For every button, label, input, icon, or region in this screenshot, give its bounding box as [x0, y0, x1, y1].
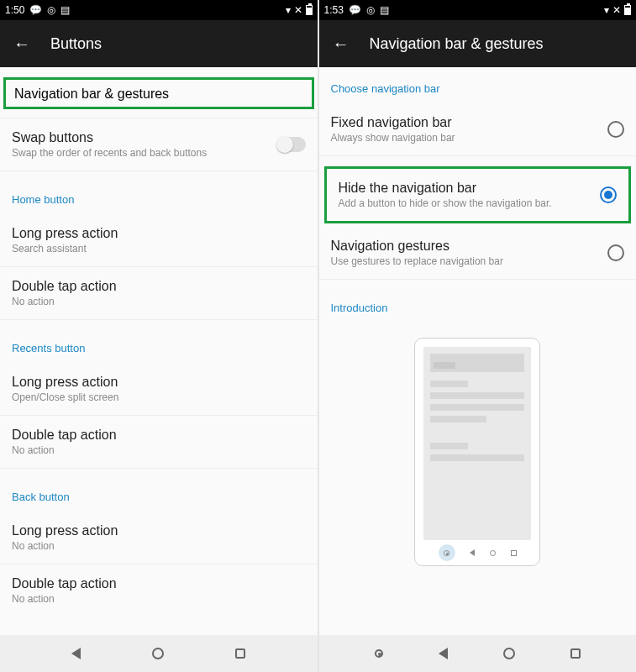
row-title: Double tap action	[12, 428, 306, 443]
app-bar: ← Navigation bar & gestures	[319, 20, 637, 67]
row-title: Navigation gestures	[331, 239, 608, 254]
row-recents-double-tap[interactable]: Double tap action No action	[0, 416, 318, 469]
row-hide-nav-highlight: Hide the navigation bar Add a button to …	[324, 166, 632, 223]
row-recents-long-press[interactable]: Long press action Open/Close split scree…	[0, 363, 318, 416]
notif-icon: 💬	[29, 5, 42, 15]
battery-icon	[306, 5, 313, 15]
nav-recents-icon[interactable]	[570, 648, 581, 659]
row-nav-gestures[interactable]: Navigation gestures Use gestures to repl…	[319, 227, 637, 280]
status-time: 1:53	[324, 4, 344, 16]
content-list: Choose navigation bar Fixed navigation b…	[319, 67, 637, 635]
nav-hide-icon[interactable]	[375, 649, 383, 658]
back-icon[interactable]: ←	[333, 34, 350, 54]
row-sub: No action	[12, 444, 306, 456]
section-back-button: Back button	[0, 475, 318, 512]
wifi-icon: ▾	[604, 5, 609, 15]
system-nav-bar	[319, 635, 637, 672]
screen-nav-gestures: 1:53 💬 ◎ ▤ ▾ ✕ ← Navigation bar & gestur…	[319, 0, 637, 672]
signal-icon: ✕	[612, 5, 621, 15]
notif-icon: ▤	[60, 5, 70, 15]
row-title: Long press action	[12, 226, 306, 241]
row-fixed-nav[interactable]: Fixed navigation bar Always show navigat…	[319, 103, 637, 156]
section-home-button: Home button	[0, 178, 318, 214]
row-back-long-press[interactable]: Long press action No action	[0, 512, 318, 564]
row-title: Double tap action	[12, 576, 306, 591]
content-list: Navigation bar & gestures Swap buttons S…	[0, 67, 318, 635]
phone-illustration	[414, 338, 540, 566]
wifi-icon: ▾	[286, 5, 291, 15]
nav-home-icon	[490, 550, 496, 556]
instagram-icon: ◎	[366, 5, 375, 15]
app-bar: ← Buttons	[0, 20, 318, 67]
section-choose-nav: Choose navigation bar	[319, 67, 637, 103]
status-time: 1:50	[5, 4, 24, 16]
row-title: Fixed navigation bar	[331, 115, 608, 130]
row-hide-nav[interactable]: Hide the navigation bar Add a button to …	[327, 169, 629, 221]
row-sub: No action	[12, 593, 306, 605]
row-sub: No action	[12, 296, 306, 307]
row-sub: Always show navigation bar	[331, 132, 608, 144]
radio-unchecked[interactable]	[607, 244, 624, 261]
row-title: Navigation bar & gestures	[14, 87, 303, 102]
row-sub: No action	[12, 540, 306, 552]
row-swap-buttons[interactable]: Swap buttons Swap the order of recents a…	[0, 118, 318, 171]
row-title: Hide the navigation bar	[339, 181, 601, 196]
nav-home-icon[interactable]	[503, 648, 515, 659]
nav-home-icon[interactable]	[152, 648, 164, 659]
radio-checked[interactable]	[600, 186, 617, 203]
nav-back-icon	[470, 549, 475, 556]
hide-button-icon	[439, 544, 455, 561]
back-icon[interactable]: ←	[13, 34, 30, 54]
nav-back-icon[interactable]	[439, 648, 448, 659]
row-home-long-press[interactable]: Long press action Search assistant	[0, 214, 318, 267]
row-title: Long press action	[12, 523, 306, 538]
notif-icon: 💬	[349, 5, 361, 15]
app-title: Buttons	[50, 35, 102, 53]
row-sub: Use gestures to replace navigation bar	[331, 255, 608, 267]
row-title: Swap buttons	[12, 130, 277, 145]
row-sub: Swap the order of recents and back butto…	[12, 147, 277, 159]
app-title: Navigation bar & gestures	[370, 35, 544, 53]
section-introduction: Introduction	[319, 286, 637, 323]
row-nav-bar-gestures[interactable]: Navigation bar & gestures	[3, 77, 314, 109]
illustration	[319, 323, 637, 591]
row-title: Long press action	[12, 375, 306, 390]
row-sub: Search assistant	[12, 243, 306, 255]
row-title: Double tap action	[12, 279, 306, 294]
nav-recents-icon	[511, 550, 517, 556]
battery-icon	[624, 5, 631, 15]
switch-toggle[interactable]	[277, 137, 306, 152]
status-bar: 1:50 💬 ◎ ▤ ▾ ✕	[0, 0, 318, 20]
row-sub: Open/Close split screen	[12, 391, 306, 403]
notif-icon: ▤	[380, 5, 389, 15]
row-home-double-tap[interactable]: Double tap action No action	[0, 267, 318, 320]
nav-recents-icon[interactable]	[235, 648, 245, 659]
instagram-icon: ◎	[47, 5, 55, 15]
screen-buttons: 1:50 💬 ◎ ▤ ▾ ✕ ← Buttons Navigation bar …	[0, 0, 318, 672]
row-sub: Add a button to hide or show the navigat…	[339, 197, 601, 209]
signal-icon: ✕	[294, 5, 302, 15]
status-bar: 1:53 💬 ◎ ▤ ▾ ✕	[319, 0, 637, 20]
section-recents-button: Recents button	[0, 327, 318, 363]
row-back-double-tap[interactable]: Double tap action No action	[0, 564, 318, 617]
radio-unchecked[interactable]	[607, 121, 624, 138]
system-nav-bar	[0, 635, 318, 672]
nav-back-icon[interactable]	[71, 648, 81, 659]
